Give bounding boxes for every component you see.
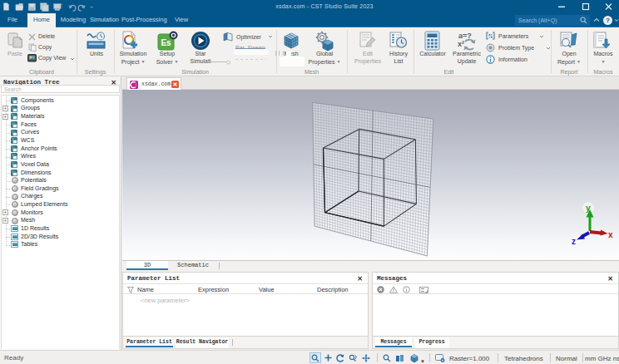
svg-text:a=?: a=? bbox=[458, 32, 472, 40]
svg-text:Es: Es bbox=[161, 38, 171, 47]
svg-text:x²: x² bbox=[458, 40, 464, 48]
svg-text:x: x bbox=[608, 230, 613, 239]
svg-text:z: z bbox=[572, 237, 576, 246]
svg-text:y: y bbox=[586, 204, 591, 213]
